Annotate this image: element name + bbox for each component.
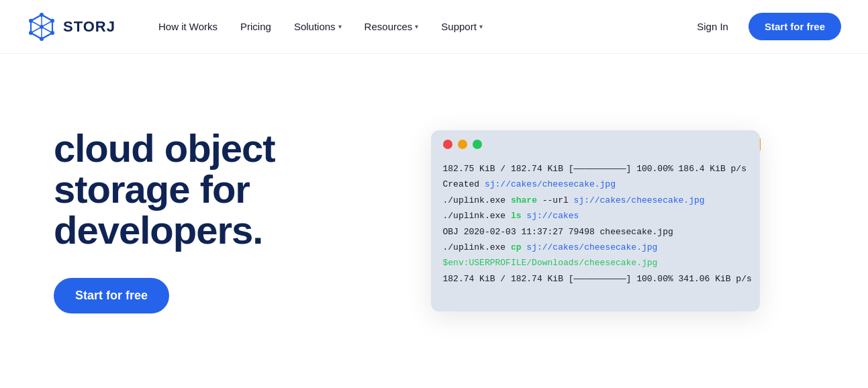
navbar: STORJ How it Works Pricing Solutions ▾ R… (0, 0, 868, 54)
term-line-7: $env:USERPROFILE/Downloads/cheesecake.jp… (443, 255, 748, 271)
resources-chevron-icon: ▾ (415, 23, 418, 30)
term-line-8: 182.74 KiB / 182.74 KiB [——————————] 100… (443, 271, 748, 287)
nav-links: How it Works Pricing Solutions ▾ Resourc… (149, 15, 687, 38)
nav-solutions[interactable]: Solutions ▾ (285, 15, 351, 38)
term-line-2: Created sj://cakes/cheesecake.jpg (443, 177, 748, 192)
term-cmd-ls: ls (511, 211, 522, 221)
term-url-2: sj://cakes (526, 211, 579, 221)
terminal-area: 182.75 KiB / 182.74 KiB [——————————] 100… (336, 130, 814, 311)
nav-how-it-works[interactable]: How it Works (149, 15, 227, 38)
terminal-titlebar (431, 130, 760, 158)
svg-point-19 (40, 25, 44, 29)
svg-line-9 (42, 33, 52, 39)
hero-start-free-button[interactable]: Start for free (54, 278, 169, 313)
term-line-6: ./uplink.exe cp sj://cakes/cheesecake.jp… (443, 240, 748, 255)
nav-support[interactable]: Support ▾ (432, 15, 492, 38)
term-line-4: ./uplink.exe ls sj://cakes (443, 208, 748, 224)
term-url-1: sj://cakes/cheesecake.jpg (574, 195, 705, 205)
terminal-dot-yellow (458, 140, 467, 149)
nav-resources[interactable]: Resources ▾ (355, 15, 428, 38)
term-line-3: ./uplink.exe share --url sj://cakes/chee… (443, 193, 748, 208)
term-link-1: sj://cakes/cheesecake.jpg (485, 179, 616, 189)
hero-heading: cloud object storage for developers. (54, 128, 336, 251)
terminal-dot-red (443, 140, 452, 149)
term-cmd-share: share (511, 195, 537, 205)
support-chevron-icon: ▾ (479, 23, 483, 30)
logo-text: STORJ (63, 18, 115, 36)
nav-start-free-button[interactable]: Start for free (749, 13, 841, 40)
terminal-dot-green (473, 140, 482, 149)
svg-line-7 (42, 15, 52, 21)
term-line-1: 182.75 KiB / 182.74 KiB [——————————] 100… (443, 161, 748, 177)
terminal-window: 182.75 KiB / 182.74 KiB [——————————] 100… (431, 130, 760, 311)
svg-line-10 (31, 33, 42, 39)
terminal-body: 182.75 KiB / 182.74 KiB [——————————] 100… (431, 158, 760, 287)
logo-link[interactable]: STORJ (27, 12, 115, 42)
sign-in-button[interactable]: Sign In (687, 15, 738, 38)
solutions-chevron-icon: ▾ (338, 23, 342, 30)
term-cmd-cp: cp (511, 242, 522, 252)
hero-section: cloud object storage for developers. Sta… (0, 54, 868, 388)
term-url-3: sj://cakes/cheesecake.jpg (526, 242, 657, 252)
svg-line-12 (31, 15, 42, 21)
nav-pricing[interactable]: Pricing (231, 15, 281, 38)
term-line-5: OBJ 2020-02-03 11:37:27 79498 cheesecake… (443, 224, 748, 240)
storj-logo-icon (27, 12, 56, 42)
nav-right: Sign In Start for free (687, 13, 841, 40)
hero-text-area: cloud object storage for developers. Sta… (54, 128, 336, 313)
term-green-link: $env:USERPROFILE/Downloads/cheesecake.jp… (443, 258, 658, 268)
